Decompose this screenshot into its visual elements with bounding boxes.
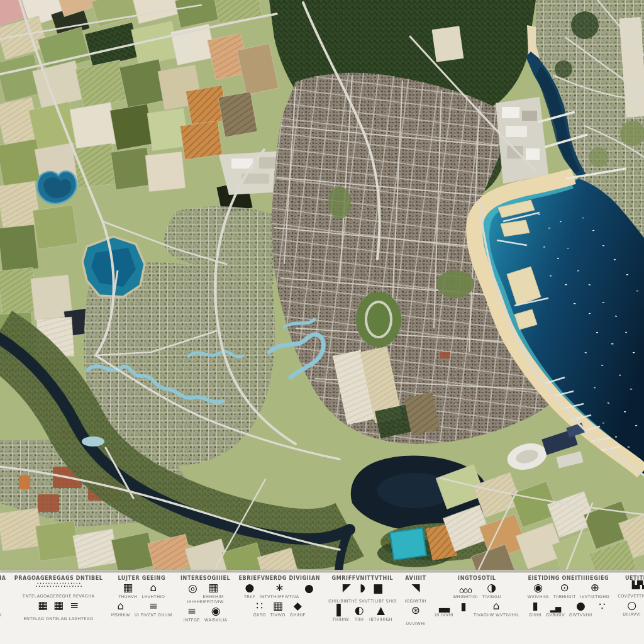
legend-row: ▮GIIIHI▂▅GVBIGIV●GIVTVVHII∵ bbox=[527, 600, 609, 618]
legend-row: ⌂⌂⌂WHIGHTIGI◑TIVIGGU bbox=[435, 582, 519, 599]
legend-item: ≡INTFGE bbox=[184, 605, 200, 623]
legend-row-caption: ENTELAGOAGEREGHE REVAGHA bbox=[14, 594, 103, 599]
scribble-icon: ⊛ bbox=[411, 604, 420, 616]
legend-item-label: UI FIVCKT GHUW bbox=[135, 613, 172, 618]
legend-item-label: INTVTHIIFFIVTIVA bbox=[260, 594, 299, 599]
legend-item: ▮ bbox=[458, 601, 469, 618]
scales-icon: ▲ bbox=[377, 604, 385, 616]
swirl-ring-icon: ◉ bbox=[211, 605, 221, 617]
legend-item-label: GHIHIF bbox=[290, 613, 306, 618]
legend-item-label: TIIBHIIGIT bbox=[553, 594, 576, 599]
legend-item: ▄▄UI IVVHI bbox=[435, 605, 453, 618]
legend-row-caption: IGGIWTIH bbox=[405, 599, 426, 604]
legend-item-label: GVBIGIV bbox=[546, 613, 565, 618]
bin-icon: ▆ bbox=[374, 582, 382, 594]
legend-item-label: WVIVHIIG bbox=[527, 594, 548, 599]
legend-group-title: EBRIEFVNERDG DIVIGIIAN bbox=[238, 575, 320, 581]
legend-row-caption: COVZVETTIVEAVTIL bbox=[618, 594, 644, 599]
tower-icon: ▮ bbox=[460, 601, 466, 613]
forest-clearing-2 bbox=[432, 26, 464, 62]
legend-item: ▦TIVIVO bbox=[270, 600, 286, 618]
legend-item-label: THUHVH bbox=[118, 594, 137, 599]
legend-item-label: LHVHTHIO bbox=[142, 594, 165, 599]
stamp-ring-icon: ◉ bbox=[533, 582, 543, 594]
legend-item: ▲IBTVIHIGH bbox=[369, 604, 392, 622]
legend-item: ⊛ bbox=[410, 604, 421, 621]
legend-row-caption: GHILIBINTHE SVVTTILIBF SHIB bbox=[328, 599, 396, 604]
legend-item: ▦ bbox=[53, 599, 64, 616]
legend-strip: MNHIA○HIL▦HWWPRAGOAGEREGAGS DNTIBEL∴∵∴∵∴… bbox=[0, 572, 644, 644]
legend-group-2: LUJTER GEEING▦THUHVH⌂LHVHTHIO⌂MSHHIW≡UI … bbox=[108, 575, 176, 618]
legend-item: ● bbox=[304, 582, 315, 599]
legend-row: ◎▦EHHEHIM bbox=[180, 582, 230, 599]
legend-item-label: EHHEHIM bbox=[203, 594, 224, 599]
legend-item: ∗INTVTHIIFFIVTIVA bbox=[260, 582, 299, 599]
legend-item: ▆ bbox=[372, 582, 384, 599]
legend-item: ≡ bbox=[69, 599, 80, 616]
legend-item: ◐TIIH bbox=[353, 604, 365, 622]
city-sketch-icon: ▙▛▟ bbox=[632, 582, 644, 589]
bracket-icon: ▌ bbox=[336, 604, 345, 616]
clock-icon: ⊙ bbox=[560, 582, 569, 594]
legend-row: ▄▄UI IVVHI▮⌂TIVAGIIW WVTIVIHIL bbox=[435, 600, 519, 618]
ruled-text-icon: ≡ bbox=[70, 599, 79, 611]
block-grid-icon: ▦ bbox=[208, 582, 218, 594]
legend-item: ▦THUHVH bbox=[118, 582, 137, 599]
dot-cluster-icon: ∷ bbox=[256, 600, 263, 612]
legend-group-9: UETITILTI▙▛▟COVZVETTIVEAVTIL○UIIIAVVI○ bbox=[614, 575, 644, 617]
legend-item: ▂▅GVBIGIV bbox=[546, 605, 565, 618]
legend-group-title: LUJTER GEEING bbox=[111, 575, 172, 581]
tower-icon: ▮ bbox=[532, 600, 538, 612]
legend-item-label: WHIGHTIGI bbox=[453, 594, 478, 599]
legend-item: ⌂MSHHIW bbox=[111, 600, 130, 618]
legend-row: ▌THIHIW◐TIIH▲IBTVIHIGH bbox=[328, 604, 396, 622]
legend-item-label: TIVIVO bbox=[270, 613, 286, 618]
legend-group-title: MNHIA bbox=[0, 575, 6, 581]
flag-icon: ◤ bbox=[343, 582, 351, 594]
moon-icon: ◑ bbox=[487, 582, 496, 594]
legend-item: ▦HWW bbox=[0, 600, 1, 618]
legend-item: ⌂⌂⌂WHIGHTIGI bbox=[453, 587, 478, 599]
blob-icon: ● bbox=[576, 600, 586, 612]
legend-item-label: GIVTVVHII bbox=[569, 613, 592, 618]
legend-row: ○HIL bbox=[0, 582, 6, 599]
legend-item: ▦EHHEHIM bbox=[203, 582, 224, 599]
legend-row: ◤◗▆ bbox=[328, 582, 396, 599]
sphere-icon: ● bbox=[245, 582, 255, 594]
legend-item: ∷GIITG bbox=[253, 600, 266, 618]
sphere-icon: ● bbox=[304, 582, 314, 594]
legend-item: ⊕IVVTIZTIGHO bbox=[580, 582, 609, 599]
legend-item-label: IVVTIZTIGHO bbox=[580, 594, 609, 599]
legend-item: ●GIVTVVHII bbox=[569, 600, 592, 618]
legend-item-label: UI IVVHI bbox=[435, 613, 453, 618]
scatter-trees-icon: ∴∵∴∵∴∵∴∵∴∵∴ bbox=[36, 582, 82, 589]
bird-icon: ◥ bbox=[411, 582, 419, 594]
legend-row-caption: IHIHHEIFFITIVIW bbox=[180, 599, 230, 604]
mound-icon: ◗ bbox=[360, 582, 365, 594]
legend-item-label: GIIIHI bbox=[529, 613, 541, 618]
satellite-map bbox=[0, 0, 644, 572]
legend-row: ∴∵∴∵∴∵∴∵∴∵∴ bbox=[14, 582, 103, 594]
bars-icon: ▂▅ bbox=[550, 605, 560, 612]
window-grid-icon: ▦ bbox=[123, 582, 133, 594]
legend-item: ◤ bbox=[341, 582, 352, 599]
fan-icon: ⊕ bbox=[591, 582, 599, 594]
globe-icon: ◐ bbox=[355, 604, 364, 616]
legend-item-label: TIVIGGU bbox=[482, 594, 501, 599]
legend-item-label: HWW bbox=[0, 613, 1, 618]
legend-group-title: EIETIDING ONEITIIIIEGIEG bbox=[527, 575, 609, 581]
legend-item: ◉WAISVILIA bbox=[204, 605, 228, 623]
legend-row: ⊛ bbox=[405, 604, 426, 621]
legend-item-label: IBTVIHIGH bbox=[369, 617, 392, 622]
ledger-icon: ▦ bbox=[38, 599, 48, 611]
sheds-icon: ▄▄ bbox=[439, 605, 449, 612]
map-poster: MNHIA○HIL▦HWWPRAGOAGEREGAGS DNTIBEL∴∵∴∵∴… bbox=[0, 0, 644, 644]
legend-item: ◥ bbox=[410, 582, 421, 599]
diamond-icon: ◆ bbox=[294, 600, 302, 612]
legend-item-label: THIHIW bbox=[333, 617, 349, 622]
legend-item: ◗ bbox=[357, 582, 368, 599]
legend-item-label: INTFGE bbox=[184, 618, 200, 623]
legend-row: ▦HWW bbox=[0, 600, 6, 618]
legend-group-title: INGTOSOTIL bbox=[435, 575, 519, 581]
legend-item-label: MSHHIW bbox=[111, 613, 130, 618]
